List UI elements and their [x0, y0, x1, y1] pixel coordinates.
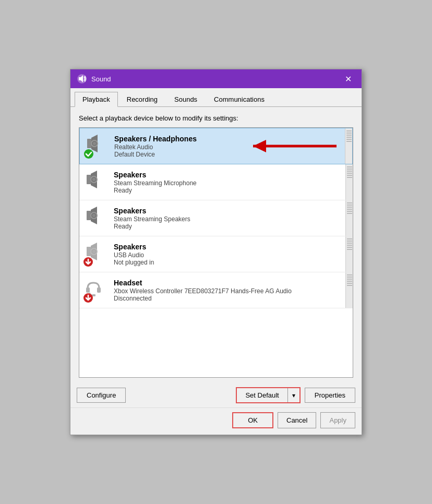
- close-button[interactable]: ✕: [341, 71, 355, 86]
- device-name-speakers-headphones: Speakers / Headphones: [114, 135, 348, 143]
- badge-not-plugged: [83, 257, 93, 267]
- device-status-steam-speakers: Ready: [114, 223, 349, 230]
- tab-recording[interactable]: Recording: [119, 92, 165, 107]
- scrollbar-grip-2: [347, 166, 352, 179]
- device-sub-steam-mic: Steam Streaming Microphone: [114, 179, 349, 187]
- svg-rect-21: [97, 287, 101, 293]
- device-info-steam-speakers: Speakers Steam Streaming Speakers Ready: [114, 207, 349, 230]
- device-sub-headset: Xbox Wireless Controller 7EED803271F7 Ha…: [114, 287, 349, 295]
- svg-rect-20: [86, 287, 90, 293]
- device-status-usb: Not plugged in: [114, 259, 349, 266]
- scrollbar-grip-3: [347, 202, 352, 215]
- tab-playback[interactable]: Playback: [75, 92, 118, 107]
- device-info-headset: Headset Xbox Wireless Controller 7EED803…: [114, 279, 349, 302]
- svg-rect-2: [87, 139, 91, 148]
- device-name-headset: Headset: [114, 279, 349, 287]
- content-area: Select a playback device below to modify…: [70, 107, 362, 383]
- svg-rect-16: [87, 247, 91, 256]
- scrollbar-area-3: [345, 200, 353, 236]
- device-name-steam-mic: Speakers: [114, 171, 349, 179]
- footer-buttons: OK Cancel Apply: [70, 407, 362, 435]
- bottom-buttons: Configure Set Default ▾ Properties: [70, 383, 362, 407]
- device-icon-speakers-headphones: [84, 134, 109, 159]
- ok-button[interactable]: OK: [233, 413, 272, 427]
- svg-rect-22: [92, 294, 95, 296]
- device-item-speakers-steam-mic[interactable]: Speakers Steam Streaming Microphone Read…: [79, 164, 353, 200]
- device-info-speakers-headphones: Speakers / Headphones Realtek Audio Defa…: [114, 135, 348, 158]
- title-bar: Sound ✕: [70, 69, 362, 88]
- properties-button[interactable]: Properties: [305, 388, 355, 403]
- tab-communications[interactable]: Communications: [206, 92, 272, 107]
- scrollbar-area-5: [345, 272, 353, 308]
- arrow-down-icon: [85, 258, 92, 266]
- speaker-svg-3: [83, 206, 103, 225]
- apply-button[interactable]: Apply: [320, 412, 355, 428]
- scrollbar-area-2: [345, 164, 353, 200]
- device-name-steam-speakers: Speakers: [114, 207, 349, 215]
- device-item-speakers-headphones[interactable]: Speakers / Headphones Realtek Audio Defa…: [79, 128, 353, 164]
- set-default-dropdown-button[interactable]: ▾: [288, 388, 299, 402]
- tabs-bar: Playback Recording Sounds Communications: [70, 88, 362, 107]
- svg-point-5: [93, 142, 96, 145]
- device-icon-steam-mic: [83, 170, 109, 195]
- arrow-down-icon-2: [85, 294, 92, 302]
- scrollbar-grip-4: [347, 238, 352, 251]
- device-status-headset: Disconnected: [114, 295, 349, 302]
- device-sub-speakers-headphones: Realtek Audio: [114, 143, 348, 151]
- device-status-steam-mic: Ready: [114, 187, 349, 194]
- device-icon-headset: [83, 278, 109, 303]
- device-status-speakers-headphones: Default Device: [114, 151, 348, 158]
- device-name-usb: Speakers: [114, 243, 349, 251]
- window-title: Sound: [91, 75, 341, 83]
- svg-point-11: [92, 178, 95, 181]
- device-sub-usb: USB Audio: [114, 251, 349, 259]
- svg-point-15: [92, 214, 95, 217]
- badge-default: [84, 149, 93, 159]
- cancel-button[interactable]: Cancel: [278, 412, 316, 428]
- sound-dialog: Sound ✕ Playback Recording Sounds Commun…: [70, 69, 362, 435]
- instruction-text: Select a playback device below to modify…: [79, 114, 353, 122]
- scrollbar-area-4: [345, 236, 353, 272]
- scrollbar-area: [345, 128, 352, 164]
- badge-disconnected: [83, 293, 93, 303]
- sound-icon: [77, 74, 87, 84]
- device-icon-steam-speakers: [83, 206, 109, 231]
- ok-wrap: OK: [232, 412, 273, 428]
- device-icon-usb: [83, 242, 109, 267]
- svg-rect-8: [87, 175, 91, 184]
- speaker-svg-2: [83, 170, 103, 189]
- set-default-button[interactable]: Set Default: [237, 388, 287, 402]
- device-item-speakers-steam-speakers[interactable]: Speakers Steam Streaming Speakers Ready: [79, 200, 353, 236]
- device-sub-steam-speakers: Steam Streaming Speakers: [114, 215, 349, 223]
- device-list[interactable]: Speakers / Headphones Realtek Audio Defa…: [79, 127, 353, 378]
- set-default-wrap: Set Default ▾: [236, 387, 300, 403]
- svg-point-19: [92, 250, 95, 253]
- checkmark-icon: [85, 150, 92, 158]
- scrollbar-grip-5: [347, 274, 352, 287]
- device-item-headset-xbox[interactable]: Headset Xbox Wireless Controller 7EED803…: [79, 272, 353, 308]
- configure-button[interactable]: Configure: [77, 388, 126, 403]
- device-info-steam-mic: Speakers Steam Streaming Microphone Read…: [114, 171, 349, 194]
- device-item-speakers-usb[interactable]: Speakers USB Audio Not plugged in: [79, 236, 353, 272]
- tab-sounds[interactable]: Sounds: [166, 92, 205, 107]
- scrollbar-grip: [346, 130, 352, 143]
- svg-rect-12: [87, 211, 91, 220]
- device-info-usb: Speakers USB Audio Not plugged in: [114, 243, 349, 266]
